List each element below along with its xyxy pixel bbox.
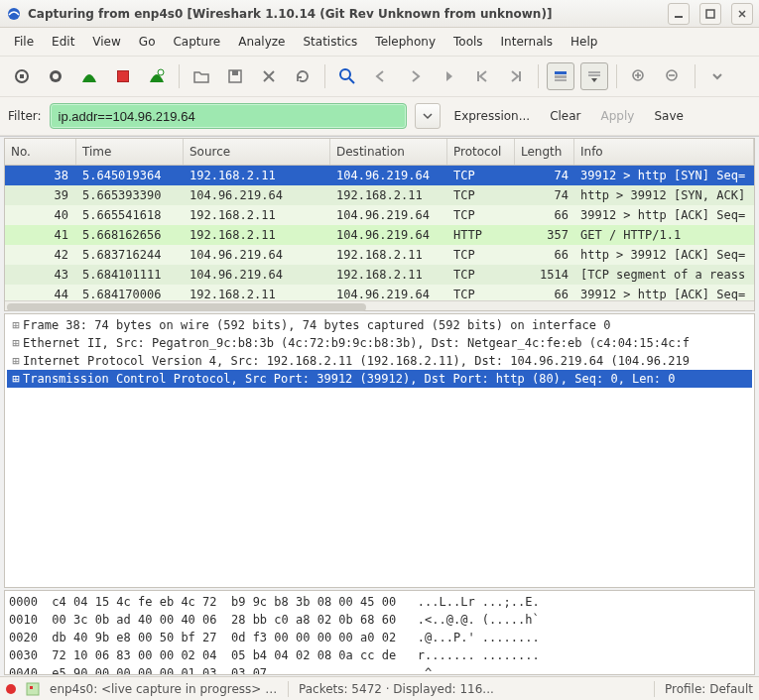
menu-edit[interactable]: Edit: [44, 32, 82, 52]
status-separator: [654, 681, 655, 697]
capture-indicator-icon: [6, 684, 16, 694]
column-header-destination[interactable]: Destination: [330, 139, 447, 165]
go-back-icon[interactable]: [367, 62, 395, 90]
colorize-icon[interactable]: [547, 62, 574, 90]
menu-analyze[interactable]: Analyze: [230, 32, 293, 52]
menu-file[interactable]: File: [6, 32, 42, 52]
capture-options-icon[interactable]: [42, 62, 69, 90]
packet-cell: 5.665393390: [76, 185, 184, 205]
svg-rect-14: [555, 75, 567, 78]
filter-clear-button[interactable]: Clear: [544, 106, 586, 126]
column-header-no[interactable]: No.: [5, 139, 76, 165]
window-close-button[interactable]: [731, 3, 753, 25]
packet-cell: http > 39912 [ACK] Seq=: [574, 245, 754, 265]
hex-line[interactable]: 0030 72 10 06 83 00 00 02 04 05 b4 04 02…: [9, 646, 750, 664]
menu-go[interactable]: Go: [131, 32, 164, 52]
packet-cell: 39912 > http [ACK] Seq=: [574, 285, 754, 300]
go-first-icon[interactable]: [468, 62, 496, 90]
svg-rect-15: [555, 79, 567, 81]
expert-info-icon[interactable]: [26, 682, 40, 696]
expand-icon[interactable]: ⊞: [9, 316, 23, 334]
filter-save-button[interactable]: Save: [648, 106, 689, 126]
zoom-out-icon[interactable]: [659, 62, 687, 90]
menu-tools[interactable]: Tools: [445, 32, 491, 52]
open-file-icon[interactable]: [188, 62, 215, 90]
menu-statistics[interactable]: Statistics: [295, 32, 365, 52]
expand-icon[interactable]: ⊞: [9, 370, 23, 388]
menu-internals[interactable]: Internals: [493, 32, 562, 52]
packet-bytes-pane: 0000 c4 04 15 4c fe eb 4c 72 b9 9c b8 3b…: [4, 590, 755, 675]
packet-list-hscrollbar[interactable]: [5, 300, 754, 310]
hex-line[interactable]: 0010 00 3c 0b ad 40 00 40 06 28 bb c0 a8…: [9, 611, 750, 629]
menu-view[interactable]: View: [84, 32, 128, 52]
hex-line[interactable]: 0020 db 40 9b e8 00 50 bf 27 0d f3 00 00…: [9, 629, 750, 646]
packet-cell: 66: [515, 205, 574, 225]
find-packet-icon[interactable]: [333, 62, 361, 90]
packet-row[interactable]: 425.683716244104.96.219.64192.168.2.11TC…: [5, 245, 754, 265]
go-to-packet-icon[interactable]: [435, 62, 462, 90]
interfaces-icon[interactable]: [8, 62, 36, 90]
toolbar-separator: [324, 64, 325, 88]
close-file-icon[interactable]: [255, 62, 283, 90]
status-profile[interactable]: Profile: Default: [665, 682, 753, 696]
window-minimize-button[interactable]: [668, 3, 690, 25]
expand-icon[interactable]: ⊞: [9, 352, 23, 370]
save-file-icon[interactable]: [221, 62, 249, 90]
display-filter-field-wrap: [50, 103, 407, 129]
reload-icon[interactable]: [289, 62, 316, 90]
window-maximize-button[interactable]: [699, 3, 721, 25]
detail-ip[interactable]: ⊞Internet Protocol Version 4, Src: 192.1…: [7, 352, 752, 370]
packet-row[interactable]: 435.684101111104.96.219.64192.168.2.11TC…: [5, 265, 754, 285]
packet-cell: TCP: [447, 185, 515, 205]
start-capture-icon[interactable]: [75, 62, 103, 90]
filter-apply-button[interactable]: Apply: [595, 106, 641, 126]
auto-scroll-icon[interactable]: [580, 62, 608, 90]
toolbar-separator: [695, 64, 696, 88]
packet-cell: 1514: [515, 265, 574, 285]
stop-capture-icon[interactable]: [109, 62, 137, 90]
zoom-in-icon[interactable]: [625, 62, 653, 90]
filter-history-dropdown[interactable]: [415, 103, 441, 129]
go-forward-icon[interactable]: [401, 62, 429, 90]
column-header-time[interactable]: Time: [76, 139, 184, 165]
filter-expression-button[interactable]: Expression...: [448, 106, 537, 126]
packet-bytes-body[interactable]: 0000 c4 04 15 4c fe eb 4c 72 b9 9c b8 3b…: [5, 591, 754, 674]
detail-tcp[interactable]: ⊞Transmission Control Protocol, Src Port…: [7, 370, 752, 388]
expand-icon[interactable]: ⊞: [9, 334, 23, 352]
packet-cell: 192.168.2.11: [184, 166, 330, 185]
packet-list-body[interactable]: 385.645019364192.168.2.11104.96.219.64TC…: [5, 166, 754, 300]
packet-cell: 5.668162656: [76, 225, 184, 245]
hex-line[interactable]: 0000 c4 04 15 4c fe eb 4c 72 b9 9c b8 3b…: [9, 593, 750, 611]
go-last-icon[interactable]: [502, 62, 530, 90]
packet-row[interactable]: 395.665393390104.96.219.64192.168.2.11TC…: [5, 185, 754, 205]
svg-rect-12: [519, 71, 521, 81]
display-filter-input[interactable]: [51, 109, 406, 124]
detail-ethernet[interactable]: ⊞Ethernet II, Src: Pegatron_9c:b8:3b (4c…: [7, 334, 752, 352]
detail-frame[interactable]: ⊞Frame 38: 74 bytes on wire (592 bits), …: [7, 316, 752, 334]
packet-cell: 66: [515, 245, 574, 265]
packet-details-body[interactable]: ⊞Frame 38: 74 bytes on wire (592 bits), …: [5, 314, 754, 390]
packet-row[interactable]: 405.665541618192.168.2.11104.96.219.64TC…: [5, 205, 754, 225]
packet-cell: 104.96.219.64: [184, 185, 330, 205]
svg-rect-1: [675, 16, 683, 18]
svg-rect-16: [588, 71, 600, 73]
overflow-icon[interactable]: [703, 62, 731, 90]
menu-capture[interactable]: Capture: [165, 32, 228, 52]
packet-cell: TCP: [447, 166, 515, 185]
filter-toolbar: Filter: Expression... Clear Apply Save: [0, 97, 759, 136]
restart-capture-icon[interactable]: [143, 62, 171, 90]
packet-row[interactable]: 415.668162656192.168.2.11104.96.219.64HT…: [5, 225, 754, 245]
column-header-info[interactable]: Info: [574, 139, 754, 165]
column-header-protocol[interactable]: Protocol: [447, 139, 515, 165]
packet-row[interactable]: 445.684170006192.168.2.11104.96.219.64TC…: [5, 285, 754, 300]
column-header-length[interactable]: Length: [515, 139, 574, 165]
menu-help[interactable]: Help: [563, 32, 605, 52]
packet-cell: 104.96.219.64: [330, 285, 447, 300]
column-header-source[interactable]: Source: [184, 139, 330, 165]
packet-cell: 5.645019364: [76, 166, 184, 185]
packet-row[interactable]: 385.645019364192.168.2.11104.96.219.64TC…: [5, 166, 754, 185]
packet-cell: http > 39912 [SYN, ACK]: [574, 185, 754, 205]
svg-point-6: [53, 73, 59, 79]
hex-line[interactable]: 0040 e5 90 00 00 00 00 01 03 03 07 .^...…: [9, 664, 750, 674]
menu-telephony[interactable]: Telephony: [367, 32, 443, 52]
